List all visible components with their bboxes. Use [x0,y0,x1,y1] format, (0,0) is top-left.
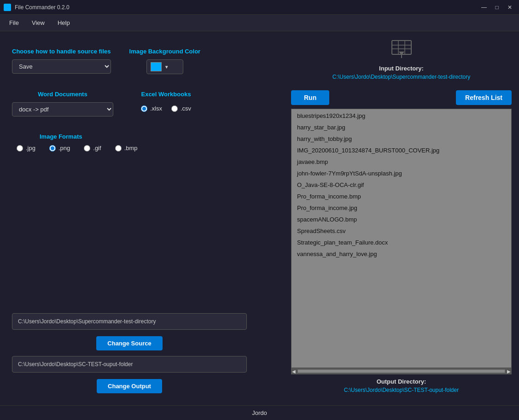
excel-csv-option[interactable]: .csv [171,105,191,112]
excel-radio-group: .xlsx .csv [141,105,191,112]
maximize-button[interactable]: □ [491,2,502,12]
window-controls: — □ ✕ [478,2,515,12]
input-dir-path: C:\Users\Jordo\Desktop\Supercommander-te… [332,74,470,80]
svg-rect-1 [8,4,11,7]
horizontal-scrollbar[interactable]: ◀ ▶ [291,368,512,374]
menu-file[interactable]: File [4,18,24,28]
menu-view[interactable]: View [26,18,50,28]
excel-xlsx-label: .xlsx [150,105,162,112]
file-list-item[interactable]: harry_with_tobby.jpg [292,133,511,145]
img-bmp-label: .bmp [124,145,138,152]
refresh-list-button[interactable]: Refresh List [456,90,512,105]
menubar: File View Help [0,15,519,31]
word-docs-section: Word Documents docx -> pdf docx -> txt d… [12,91,113,117]
img-gif-option[interactable]: .gif [84,145,101,152]
titlebar-left: File Commander 0.2.0 [4,4,70,11]
change-source-button[interactable]: Change Source [96,336,162,350]
excel-csv-label: .csv [181,105,191,112]
svg-rect-3 [8,8,11,11]
excel-xlsx-option[interactable]: .xlsx [141,105,162,112]
word-excel-row: Word Documents docx -> pdf docx -> txt d… [7,86,284,121]
color-swatch [151,62,162,71]
file-list-container[interactable]: bluestripes1920x1234.jpgharry_star_bar.j… [291,109,512,368]
paths-section: Change Source Change Output [7,309,284,398]
word-docs-label: Word Documents [12,91,113,98]
image-radio-group: .jpg .png .gif .bmp [12,145,279,152]
scroll-left-arrow[interactable]: ◀ [292,369,296,374]
source-path-row: Change Source [12,313,279,350]
output-path-field[interactable] [12,356,247,373]
app-icon [4,4,11,11]
img-jpg-option[interactable]: .jpg [17,145,35,152]
minimize-button[interactable]: — [478,2,490,12]
username-label: Jordo [252,409,267,416]
file-list-item[interactable]: spacemANLOGO.bmp [292,214,511,225]
input-dir-label: Input Directory: [379,65,424,72]
output-dir-label: Output Directory: [377,378,426,385]
source-handling-label: Choose how to handle source files [12,48,111,55]
input-dir-section: Input Directory: C:\Users\Jordo\Desktop\… [291,39,512,85]
file-list-item[interactable]: SpreadSheets.csv [292,225,511,237]
left-panel: Choose how to handle source files Save D… [7,39,284,398]
footer: Jordo [0,405,519,420]
source-handling-dropdown[interactable]: Save Delete Move [12,59,111,74]
image-formats-label: Image Formats [12,133,279,140]
img-jpg-label: .jpg [26,145,35,152]
svg-rect-0 [4,4,7,7]
excel-xlsx-radio[interactable] [141,105,147,112]
app-title: File Commander 0.2.0 [15,4,70,11]
titlebar: File Commander 0.2.0 — □ ✕ [0,0,519,15]
img-png-radio[interactable] [49,145,56,152]
file-list-item[interactable]: harry_star_bar.jpg [292,122,511,133]
file-list-item[interactable]: O_Java-SE-8-OCA-clr.gif [292,179,511,191]
img-jpg-radio[interactable] [17,145,23,152]
scroll-thumb[interactable] [297,369,505,373]
close-button[interactable]: ✕ [504,2,515,12]
color-picker-button[interactable]: ▼ [146,59,183,74]
image-bg-section: Image Background Color ▼ [129,48,201,74]
source-path-field[interactable] [12,313,247,330]
change-output-button[interactable]: Change Output [97,379,162,393]
action-buttons: Run Refresh List [291,90,512,105]
file-list-item[interactable]: Strategic_plan_team_Failure.docx [292,237,511,248]
main-content: Choose how to handle source files Save D… [0,31,519,405]
excel-section: Excel Workbooks .xlsx .csv [141,91,191,117]
file-list: bluestripes1920x1234.jpgharry_star_bar.j… [292,109,511,261]
excel-label: Excel Workbooks [141,91,191,98]
file-list-item[interactable]: john-fowler-7Ym9rpYtSdA-unsplash.jpg [292,168,511,179]
word-docs-dropdown[interactable]: docx -> pdf docx -> txt doc -> pdf [12,102,113,117]
img-png-option[interactable]: .png [49,145,70,152]
scroll-right-arrow[interactable]: ▶ [507,369,511,374]
image-bg-label: Image Background Color [129,48,201,55]
menu-help[interactable]: Help [52,18,76,28]
excel-csv-radio[interactable] [171,105,178,112]
right-panel: Input Directory: C:\Users\Jordo\Desktop\… [291,39,512,398]
img-gif-label: .gif [93,145,101,152]
file-list-item[interactable]: Pro_forma_income.jpg [292,202,511,214]
output-dir-path: C:\Users\Jordo\Desktop\SC-TEST-ouput-fol… [344,387,459,393]
img-gif-radio[interactable] [84,145,90,152]
img-bmp-radio[interactable] [115,145,122,152]
run-button[interactable]: Run [291,90,329,105]
top-controls-row: Choose how to handle source files Save D… [7,39,284,79]
file-list-item[interactable]: IMG_20200610_101324874_BURST000_COVER.jp… [292,145,511,156]
img-png-label: .png [58,145,70,152]
source-handling-section: Choose how to handle source files Save D… [12,48,111,74]
file-list-item[interactable]: Pro_forma_income.bmp [292,191,511,202]
directory-icon [390,39,413,63]
file-list-item[interactable]: javaee.bmp [292,156,511,168]
file-list-item[interactable]: vannessa_and_harry_love.jpg [292,248,511,260]
image-formats-section: Image Formats .jpg .png .gif .bmp [7,128,284,156]
output-path-row: Change Output [12,356,279,393]
img-bmp-option[interactable]: .bmp [115,145,138,152]
color-dropdown-arrow: ▼ [164,64,169,70]
svg-rect-2 [4,8,7,11]
output-dir-section: Output Directory: C:\Users\Jordo\Desktop… [291,378,512,398]
file-list-item[interactable]: bluestripes1920x1234.jpg [292,110,511,122]
